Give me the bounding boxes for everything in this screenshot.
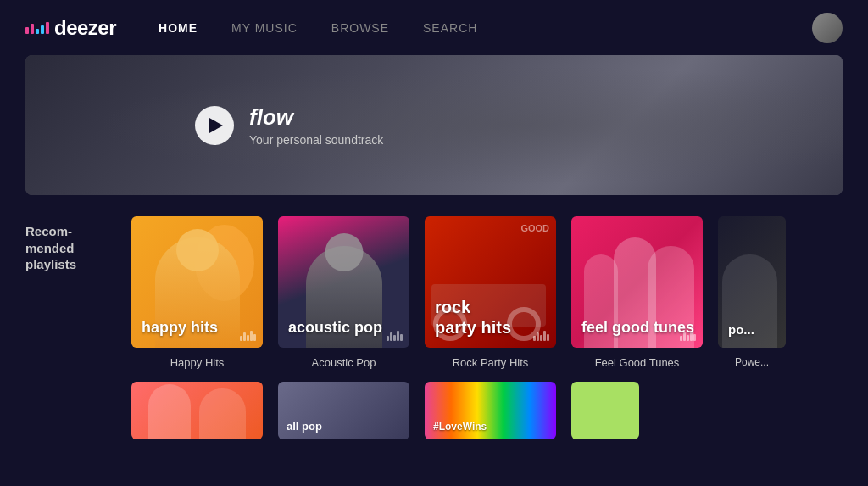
bottom-item-2[interactable]: all pop	[278, 382, 409, 439]
cover-label-feel-good-tunes: feel good tunes	[581, 319, 694, 338]
playlist-item-feel-good-tunes[interactable]: feel good tunes Feel Good Tunes	[571, 216, 703, 369]
bottom-row: all pop #LoveWins	[131, 382, 639, 439]
bottom-item-3[interactable]: #LoveWins	[425, 382, 556, 439]
playlist-cover-feel-good-tunes: feel good tunes	[571, 216, 703, 348]
playlist-item-power[interactable]: po... Powe...	[718, 216, 786, 369]
hero-content: flow Your personal soundtrack	[25, 104, 383, 147]
playlist-item-happy-hits[interactable]: happy hits Happy Hits	[131, 216, 263, 369]
bottom-item-3-label: #LoveWins	[433, 421, 487, 433]
play-icon	[209, 118, 223, 133]
avatar[interactable]	[812, 13, 843, 43]
logo-text: deezer	[54, 16, 116, 40]
cover-bars-icon	[240, 331, 256, 341]
playlist-cover-rock-party-hits: GOOD rockparty hits	[425, 216, 556, 348]
navigation: deezer HOME MY MUSIC BROWSE SEARCH	[0, 0, 868, 55]
cover-bars-icon-acoustic	[387, 331, 403, 341]
section-label: Recom-mendedplaylists	[25, 216, 106, 273]
playlist-name-happy-hits: Happy Hits	[170, 356, 225, 369]
playlist-name-power: Powe...	[735, 356, 769, 368]
playlist-name-feel-good-tunes: Feel Good Tunes	[595, 356, 680, 369]
section-inner: Recom-mendedplaylists happy hits	[25, 216, 843, 369]
nav-link-my-music[interactable]: MY MUSIC	[231, 21, 298, 35]
bottom-item-2-label: all pop	[287, 420, 322, 433]
nav-link-home[interactable]: HOME	[159, 21, 198, 35]
flow-play-button[interactable]	[195, 106, 234, 145]
playlist-name-acoustic-pop: Acoustic Pop	[312, 356, 376, 369]
nav-link-browse[interactable]: BROWSE	[331, 21, 389, 35]
cover-bars-icon-rock	[533, 331, 549, 341]
hero-banner: flow Your personal soundtrack	[25, 55, 843, 195]
playlist-item-acoustic-pop[interactable]: acoustic pop Acoustic Pop	[278, 216, 409, 369]
cover-label-acoustic-pop: acoustic pop	[288, 319, 382, 338]
playlist-cover-happy-hits: happy hits	[131, 216, 263, 348]
nav-link-search[interactable]: SEARCH	[423, 21, 477, 35]
playlists-row: happy hits Happy Hits	[131, 216, 786, 369]
logo-bars-icon	[25, 22, 49, 34]
logo[interactable]: deezer	[25, 16, 116, 40]
cover-label-happy-hits: happy hits	[142, 319, 218, 338]
bottom-item-1[interactable]	[131, 382, 263, 439]
playlist-name-rock-party-hits: Rock Party Hits	[453, 356, 529, 369]
bottom-item-4[interactable]	[571, 382, 639, 439]
hero-subtitle: Your personal soundtrack	[249, 133, 383, 147]
hero-text: flow Your personal soundtrack	[249, 104, 383, 147]
nav-links: HOME MY MUSIC BROWSE SEARCH	[159, 21, 812, 35]
cover-label-rock-party-hits: rockparty hits	[435, 297, 511, 338]
cover-label-power: po...	[728, 322, 754, 338]
playlist-cover-acoustic-pop: acoustic pop	[278, 216, 409, 348]
playlist-cover-power: po...	[718, 216, 786, 348]
recommended-section: Recom-mendedplaylists happy hits	[0, 195, 868, 382]
playlist-item-rock-party-hits[interactable]: GOOD rockparty hits Rock Party Hits	[425, 216, 556, 369]
hero-title: flow	[249, 104, 383, 131]
bottom-section: ... all pop #LoveWins	[0, 382, 868, 439]
